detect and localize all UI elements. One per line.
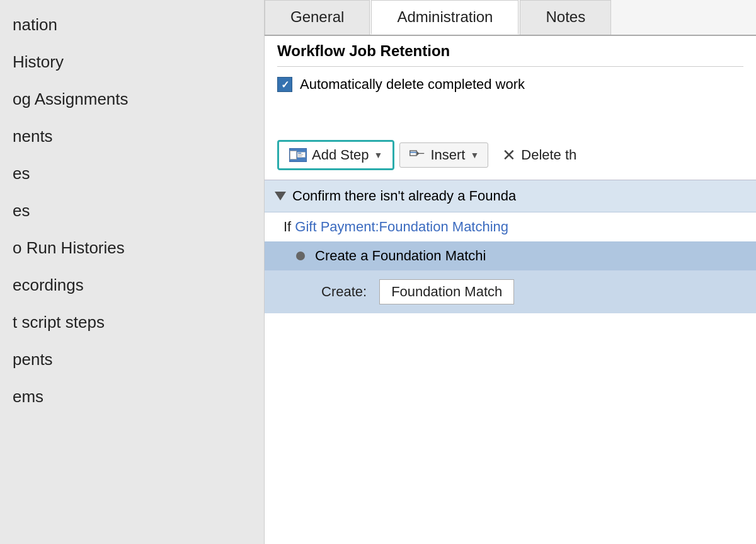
sidebar-item-run-histories[interactable]: o Run Histories (0, 229, 264, 267)
sidebar-item-ems[interactable]: ems (0, 378, 264, 415)
retention-title: Workflow Job Retention (277, 42, 743, 67)
svg-rect-4 (410, 151, 416, 156)
delete-icon: ✕ (502, 146, 516, 165)
tab-general[interactable]: General (265, 0, 370, 35)
sidebar: nation History og Assignments nents es e… (0, 0, 265, 544)
add-step-button[interactable]: Add Step ▼ (277, 140, 394, 170)
steps-panel: Confirm there isn't already a Founda If … (265, 180, 756, 313)
auto-delete-label: Automatically delete completed work (300, 76, 525, 93)
svg-rect-3 (298, 156, 302, 156)
insert-button[interactable]: Insert ▼ (399, 142, 488, 168)
create-foundation-row[interactable]: Create a Foundation Matchi (265, 241, 756, 270)
insert-icon (409, 149, 425, 161)
sidebar-item-assignments[interactable]: og Assignments (0, 81, 264, 118)
create-label-row: Create: Foundation Match (265, 270, 756, 313)
add-step-dropdown-arrow: ▼ (374, 150, 383, 160)
main-content: General Administration Notes Workflow Jo… (265, 0, 756, 544)
sidebar-item-recordings[interactable]: ecordings (0, 267, 264, 304)
svg-rect-5 (410, 152, 416, 153)
sidebar-item-nation[interactable]: nation (0, 6, 264, 43)
delete-button[interactable]: ✕ Delete th (493, 142, 585, 169)
checkbox-row: Automatically delete completed work (277, 76, 743, 93)
retention-section: Workflow Job Retention Automatically del… (265, 36, 756, 105)
expand-icon (275, 192, 286, 200)
sidebar-item-es1[interactable]: es (0, 155, 264, 192)
tab-administration[interactable]: Administration (371, 0, 518, 35)
confirm-step-row[interactable]: Confirm there isn't already a Founda (265, 180, 756, 212)
svg-rect-2 (298, 154, 303, 155)
svg-rect-1 (298, 153, 301, 154)
sidebar-item-nents[interactable]: nents (0, 118, 264, 155)
if-label: If (284, 219, 295, 234)
tab-bar: General Administration Notes (265, 0, 756, 36)
step-icon-svg (297, 148, 306, 162)
add-step-icon (289, 148, 307, 162)
sidebar-item-history[interactable]: History (0, 43, 264, 81)
confirm-step-label: Confirm there isn't already a Founda (292, 188, 516, 204)
tab-notes[interactable]: Notes (520, 0, 611, 35)
create-text-label: Create: (321, 284, 367, 300)
svg-marker-7 (417, 151, 419, 156)
sidebar-item-script-steps[interactable]: t script steps (0, 304, 264, 341)
bullet-icon (296, 252, 305, 260)
foundation-match-value: Foundation Match (391, 284, 502, 299)
sidebar-item-pents[interactable]: pents (0, 341, 264, 378)
create-foundation-label: Create a Foundation Matchi (315, 248, 486, 264)
toolbar-section: Add Step ▼ Insert ▼ ✕ De (265, 130, 756, 180)
foundation-match-box[interactable]: Foundation Match (379, 279, 514, 304)
if-link[interactable]: Gift Payment:Foundation Matching (295, 219, 508, 234)
sidebar-item-es2[interactable]: es (0, 192, 264, 229)
auto-delete-checkbox[interactable] (277, 77, 292, 92)
insert-dropdown-arrow: ▼ (470, 150, 479, 160)
if-condition-row: If Gift Payment:Foundation Matching (265, 212, 756, 241)
content-panel: Workflow Job Retention Automatically del… (265, 36, 756, 544)
